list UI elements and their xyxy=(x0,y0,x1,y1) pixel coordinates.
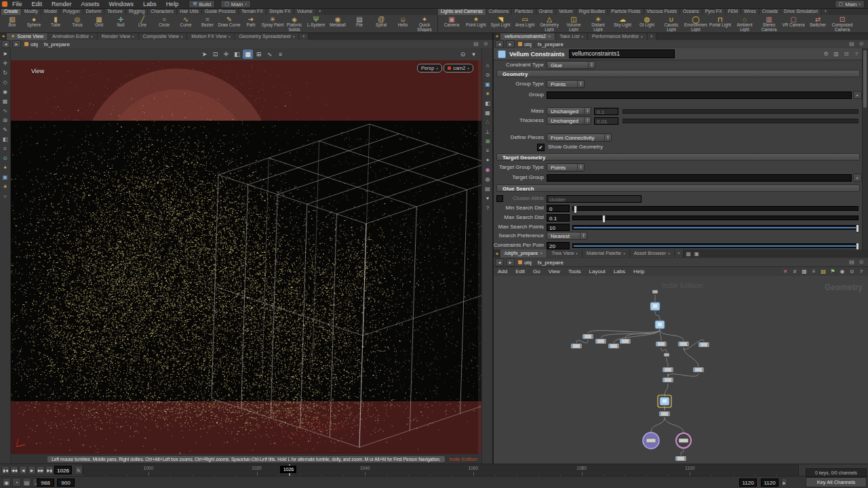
persp-view-button[interactable]: Persp ▾ xyxy=(417,64,442,73)
shelf-tab-modify[interactable]: Modify xyxy=(22,8,41,15)
lighting-icon[interactable]: ☀ xyxy=(484,90,492,98)
path-segment-obj[interactable]: obj xyxy=(515,41,534,47)
field-max-search-dist[interactable]: 0.1 xyxy=(547,214,570,222)
play-button[interactable]: ▶ xyxy=(28,466,36,474)
params-scrollbar[interactable] xyxy=(862,48,868,249)
dropdown-constraint-type[interactable]: Glue▲▼ xyxy=(547,61,595,69)
network-menu-add[interactable]: Add xyxy=(494,267,511,276)
shelf-tool-spray-paint[interactable]: ✳Spray Paint xyxy=(262,15,283,32)
field-group[interactable] xyxy=(547,92,852,99)
mirror-tool-icon[interactable]: ◧ xyxy=(1,136,9,144)
section-geometry[interactable]: Geometry xyxy=(496,70,860,77)
shelf-tab-model[interactable]: Model xyxy=(41,8,60,15)
shelf-tool-metaball[interactable]: ◉Metaball xyxy=(327,15,349,32)
menu-windows[interactable]: Windows xyxy=(104,0,139,8)
build-desktop-button[interactable]: ⚒ Build xyxy=(189,0,215,8)
field-menu-icon[interactable]: ▸ xyxy=(853,174,862,182)
handle-icon[interactable]: ✛ xyxy=(221,49,231,59)
network-node-13[interactable] xyxy=(693,367,704,372)
back-button[interactable]: ◀ xyxy=(495,258,504,266)
disconnect-icon[interactable]: ✕ xyxy=(782,268,789,275)
ruler-icon[interactable]: ≡ xyxy=(484,147,492,155)
shelf-tab-add[interactable]: + xyxy=(821,8,830,15)
pane-tab-take-list[interactable]: Take List▾ xyxy=(555,33,588,40)
snap-grid-icon[interactable]: ▦ xyxy=(1,98,9,106)
rotate-tool-icon[interactable]: ↻ xyxy=(1,69,9,77)
pane-tab-material-palette[interactable]: Material Palette▾ xyxy=(583,249,630,258)
realtime-toggle-icon[interactable]: ◔ xyxy=(12,478,21,487)
key-all-channels-button[interactable]: Key All Channels xyxy=(806,477,867,487)
timeline-ruler[interactable]: 100010201040106010801100 xyxy=(83,464,799,476)
close-tab-icon[interactable]: × xyxy=(540,249,542,258)
desktop-select-right[interactable]: ▢ Main ▾ xyxy=(835,0,865,8)
shelf-tool-bezier[interactable]: ≈Bezier xyxy=(197,15,218,32)
shelf-tool-box[interactable]: ▧Box xyxy=(1,15,23,32)
shelf-tab-volume[interactable]: Volume xyxy=(294,8,316,15)
playback-end-field[interactable]: 1120 xyxy=(739,479,757,487)
checkbox-cluster-attrib[interactable] xyxy=(496,195,503,202)
shelf-tool-geometry-light[interactable]: △Geometry Light xyxy=(537,15,561,32)
menu-help[interactable]: Help xyxy=(161,0,184,8)
shelf-tool-curve[interactable]: ∿Curve xyxy=(175,15,197,32)
link-icon[interactable]: ⊙ xyxy=(858,259,865,266)
shelf-tab-terrain-fx[interactable]: Terrain FX xyxy=(239,8,267,15)
link-icon[interactable]: ⊙ xyxy=(482,41,489,47)
jump-icon[interactable]: ▤ xyxy=(473,41,479,47)
camera-select-button[interactable]: cam2 ▾ xyxy=(443,64,473,73)
secure-selection-icon[interactable]: ⊡ xyxy=(210,49,220,59)
view-options-icon[interactable]: ⊙ xyxy=(458,49,468,59)
network-menu-go[interactable]: Go xyxy=(529,267,545,276)
shelf-tool-l-system[interactable]: ΨL-System xyxy=(305,15,327,32)
slider-max-search-points[interactable] xyxy=(572,225,859,230)
compare-icon[interactable]: ⊟ xyxy=(843,51,850,58)
network-node-14[interactable] xyxy=(663,378,673,382)
scene-viewport[interactable]: View Persp ▾ cam2 ▾ xyxy=(11,60,481,454)
scale-tool-icon[interactable]: ◇ xyxy=(1,79,9,87)
shelf-tool-circle[interactable]: ○Circle xyxy=(153,15,175,32)
pane-tab-geometry-spreadsheet[interactable]: Geometry Spreadsheet▾ xyxy=(235,33,299,40)
shelf-tool-vr-camera[interactable]: ▢VR Camera xyxy=(781,15,806,32)
shelf-tool-quick-shapes[interactable]: ✦Quick Shapes xyxy=(414,15,435,32)
shelf-tool-gi-light[interactable]: ◍GI Light xyxy=(635,15,659,32)
shelf-tool-tube[interactable]: ▮Tube xyxy=(45,15,66,32)
wireframe-icon[interactable]: ▦ xyxy=(484,109,492,117)
shelf-tool-grid[interactable]: ▦Grid xyxy=(88,15,110,32)
dropdown-target-group-type[interactable]: Points▲▼ xyxy=(547,163,585,171)
pane-pin-icon[interactable]: ✦ xyxy=(494,251,500,258)
jump-icon[interactable]: ▤ xyxy=(848,259,855,266)
field-min-search-dist[interactable]: 0 xyxy=(547,205,570,212)
playback-start-field[interactable]: 988 xyxy=(37,479,54,487)
normals-icon[interactable]: ⊥ xyxy=(484,128,492,136)
node-name-field[interactable]: vellumconstraints1 xyxy=(569,49,675,58)
visibility-icon[interactable]: ◍ xyxy=(484,176,492,184)
shelf-tab-drive-simulation[interactable]: Drive Simulation xyxy=(781,8,821,15)
shelf-tab-lights-and-cameras[interactable]: Lights and Cameras xyxy=(438,8,486,15)
snap-point-icon[interactable]: ⊙ xyxy=(1,155,9,163)
menu-edit[interactable]: Edit xyxy=(27,0,47,8)
pane-tab-asset-browser[interactable]: Asset Browser▾ xyxy=(630,249,675,258)
close-tab-icon[interactable]: × xyxy=(548,33,551,40)
pane-tab-add[interactable]: + xyxy=(648,33,656,40)
menu-file[interactable]: File xyxy=(7,0,27,8)
snapshot-icon[interactable]: ✦ xyxy=(484,157,492,165)
shelf-tool-area-light[interactable]: ▭Area Light xyxy=(513,15,537,32)
shelf-tab-oceans[interactable]: Oceans xyxy=(680,8,703,15)
light-tool-icon[interactable]: ☀ xyxy=(1,183,9,191)
network-menu-help[interactable]: Help xyxy=(629,267,648,276)
network-node-0[interactable] xyxy=(652,290,658,293)
help-icon[interactable]: ? xyxy=(853,51,860,58)
shelf-tab-add[interactable]: + xyxy=(316,8,325,15)
network-node-12[interactable] xyxy=(663,367,673,372)
loop-button[interactable]: ↻ xyxy=(75,466,83,474)
network-node-3[interactable] xyxy=(583,334,593,339)
shelf-tab-texture[interactable]: Texture xyxy=(104,8,126,15)
shelf-tool-sky-light[interactable]: ☁Sky Light xyxy=(610,15,635,32)
shelf-tab-crowds[interactable]: Crowds xyxy=(760,8,781,15)
grid-icon[interactable]: ▦ xyxy=(801,268,808,275)
pane-tab-add[interactable]: + xyxy=(299,33,308,40)
paint-pick-icon[interactable]: ⊞ xyxy=(254,49,264,59)
shelf-tab-particles[interactable]: Particles xyxy=(512,8,536,15)
forward-button[interactable]: ▶ xyxy=(506,40,515,48)
global-start-field[interactable]: 900 xyxy=(57,479,75,487)
section-target-geometry[interactable]: Target Geometry xyxy=(496,153,860,161)
